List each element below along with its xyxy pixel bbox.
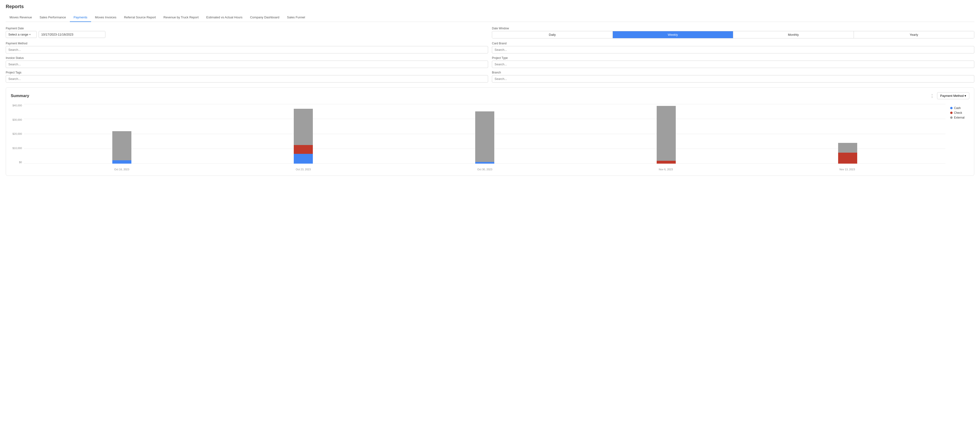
tab-sales-funnel[interactable]: Sales Funnel [283, 13, 309, 22]
chart-plot [24, 104, 945, 164]
summary-controls: ⋮ Payment Method ▾ [930, 92, 969, 99]
project-type-input[interactable] [492, 61, 974, 68]
y-axis-label: $0 [11, 161, 24, 164]
dropdown-arrow-icon: ▾ [29, 33, 30, 36]
bar-segment [475, 112, 494, 162]
payment-method-label: Payment Method [6, 42, 488, 45]
bar-group [838, 143, 857, 164]
invoice-status-input[interactable] [6, 61, 488, 68]
date-window-btn-weekly[interactable]: Weekly [613, 31, 733, 38]
select-range-label: Select a range [8, 33, 29, 36]
filter-row-2: Payment Method Card Brand [6, 42, 974, 53]
tab-company-dashboard[interactable]: Company Dashboard [246, 13, 283, 22]
y-axis-label: $10,000 [11, 147, 24, 150]
date-window-group: Date Window DailyWeeklyMonthlyYearly [492, 27, 974, 38]
project-tags-label: Project Tags [6, 71, 488, 74]
bar-segment [294, 145, 313, 154]
tab-payments[interactable]: Payments [70, 13, 91, 22]
invoice-status-label: Invoice Status [6, 56, 488, 60]
legend-label-cash: Cash [954, 106, 961, 110]
filter-row-4: Project Tags Branch [6, 71, 974, 83]
summary-section: Summary ⋮ Payment Method ▾ $0$10,000$20,… [6, 87, 974, 176]
chart-area: $0$10,000$20,000$30,000$40,000 Oct 16, 2 [11, 104, 969, 171]
date-window-label: Date Window [492, 27, 974, 30]
legend-label-external: External [954, 116, 964, 119]
tab-revenue-truck[interactable]: Revenue by Truck Report [160, 13, 202, 22]
tab-referral-source[interactable]: Referral Source Report [120, 13, 160, 22]
tab-sales-performance[interactable]: Sales Performance [36, 13, 70, 22]
date-filter-row: Select a range ▾ [6, 31, 488, 38]
legend-dot-check [950, 112, 953, 114]
page-title: Reports [6, 4, 974, 9]
bar-segment [294, 154, 313, 164]
bar-stack [112, 131, 131, 164]
legend-item-cash: Cash [950, 106, 969, 110]
summary-header: Summary ⋮ Payment Method ▾ [11, 92, 969, 99]
y-axis-label: $20,000 [11, 132, 24, 135]
chart-legend: CashCheckExternal [950, 104, 969, 171]
bars-row [24, 104, 945, 164]
date-range-input[interactable] [39, 31, 105, 38]
y-axis-label: $30,000 [11, 118, 24, 121]
chart-main: $0$10,000$20,000$30,000$40,000 Oct 16, 2 [11, 104, 945, 171]
bar-segment [657, 106, 676, 161]
y-axis-label: $40,000 [11, 104, 24, 107]
legend-dot-cash [950, 107, 953, 109]
card-brand-group: Card Brand [492, 42, 974, 53]
payment-date-label: Payment Date [6, 27, 488, 30]
date-window-btn-daily[interactable]: Daily [492, 31, 613, 38]
bar-segment [294, 109, 313, 145]
bar-group [294, 109, 313, 164]
project-type-group: Project Type [492, 56, 974, 68]
x-axis-label: Oct 16, 2023 [114, 168, 129, 171]
project-tags-input[interactable] [6, 75, 488, 83]
bar-stack [838, 143, 857, 164]
select-range-dropdown[interactable]: Select a range ▾ [6, 31, 37, 38]
tab-moves-invoices[interactable]: Moves Invoices [91, 13, 120, 22]
summary-title: Summary [11, 94, 29, 98]
legend-dot-external [950, 116, 953, 119]
filters-section: Payment Date Select a range ▾ Date Windo… [6, 27, 974, 83]
bar-segment [475, 162, 494, 164]
payment-method-dropdown-btn[interactable]: Payment Method ▾ [937, 92, 969, 99]
bar-segment [838, 143, 857, 153]
branch-group: Branch [492, 71, 974, 83]
date-window-buttons: DailyWeeklyMonthlyYearly [492, 31, 974, 38]
x-axis-label: Oct 23, 2023 [296, 168, 311, 171]
payment-method-input[interactable] [6, 46, 488, 53]
legend-item-external: External [950, 116, 969, 119]
tab-estimated-actual[interactable]: Estimated vs Actual Hours [202, 13, 246, 22]
bar-group [475, 112, 494, 164]
branch-input[interactable] [492, 75, 974, 83]
date-window-btn-monthly[interactable]: Monthly [733, 31, 854, 38]
payment-method-group: Payment Method [6, 42, 488, 53]
filter-row-3: Invoice Status Project Type [6, 56, 974, 68]
bar-group [112, 131, 131, 164]
x-axis-label: Nov 13, 2023 [839, 168, 855, 171]
bar-group [657, 106, 676, 164]
nav-tabs: Moves RevenueSales PerformancePaymentsMo… [6, 13, 974, 22]
date-window-btn-yearly[interactable]: Yearly [854, 31, 974, 38]
bar-segment [838, 153, 857, 164]
project-type-label: Project Type [492, 56, 974, 60]
bar-segment [112, 160, 131, 164]
chart-container: $0$10,000$20,000$30,000$40,000 Oct 16, 2 [11, 104, 945, 171]
card-brand-label: Card Brand [492, 42, 974, 45]
y-axis: $0$10,000$20,000$30,000$40,000 [11, 104, 24, 164]
bar-stack [475, 112, 494, 164]
branch-label: Branch [492, 71, 974, 74]
x-axis-label: Nov 6, 2023 [659, 168, 673, 171]
bar-segment [112, 131, 131, 160]
bar-segment [657, 161, 676, 164]
filter-row-1: Payment Date Select a range ▾ Date Windo… [6, 27, 974, 38]
invoice-status-group: Invoice Status [6, 56, 488, 68]
tab-moves-revenue[interactable]: Moves Revenue [6, 13, 36, 22]
more-options-icon[interactable]: ⋮ [930, 93, 934, 99]
card-brand-input[interactable] [492, 46, 974, 53]
bar-stack [657, 106, 676, 164]
legend-item-check: Check [950, 111, 969, 115]
x-labels: Oct 16, 2023Oct 23, 2023Oct 30, 2023Nov … [24, 168, 945, 171]
project-tags-group: Project Tags [6, 71, 488, 83]
x-axis-label: Oct 30, 2023 [477, 168, 492, 171]
payment-date-group: Payment Date Select a range ▾ [6, 27, 488, 38]
